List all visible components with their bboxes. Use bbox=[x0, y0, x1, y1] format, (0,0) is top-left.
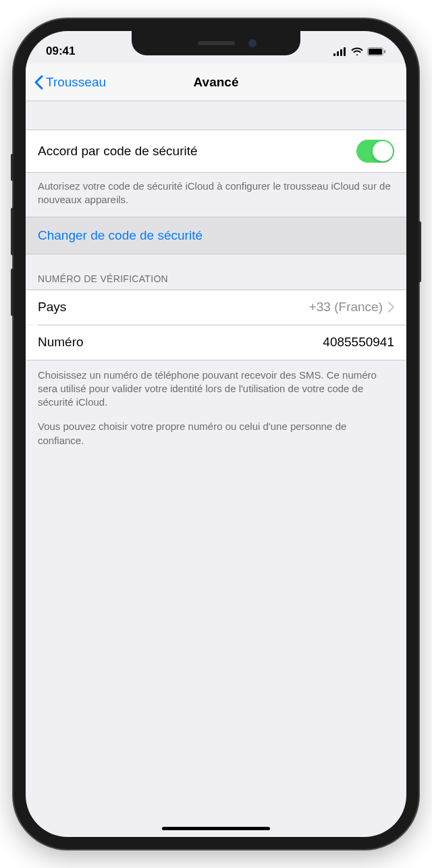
content: Accord par code de sécurité Autorisez vo… bbox=[26, 101, 406, 466]
svg-rect-0 bbox=[333, 53, 335, 56]
number-value: 4085550941 bbox=[323, 335, 394, 350]
svg-rect-2 bbox=[340, 49, 342, 56]
page-title: Avancé bbox=[194, 75, 239, 90]
back-button[interactable]: Trousseau bbox=[34, 75, 106, 90]
country-value: +33 (France) bbox=[309, 300, 383, 315]
svg-rect-1 bbox=[337, 51, 339, 56]
status-time: 09:41 bbox=[46, 45, 134, 58]
approve-toggle[interactable] bbox=[356, 140, 394, 163]
verification-header: NUMÉRO DE VÉRIFICATION bbox=[26, 254, 406, 290]
approve-label: Accord par code de sécurité bbox=[38, 144, 198, 159]
wifi-icon bbox=[351, 47, 363, 56]
approve-security-code-row[interactable]: Accord par code de sécurité bbox=[26, 130, 406, 173]
home-indicator[interactable] bbox=[162, 827, 270, 830]
navigation-bar: Trousseau Avancé bbox=[26, 63, 406, 101]
notch bbox=[132, 31, 300, 55]
svg-rect-5 bbox=[369, 49, 382, 55]
country-row[interactable]: Pays +33 (France) bbox=[26, 290, 406, 325]
screen: 09:41 Trousseau Avancé bbox=[26, 31, 406, 837]
verification-footer: Choisissez un numéro de téléphone pouvan… bbox=[26, 360, 406, 466]
svg-rect-3 bbox=[344, 47, 346, 56]
svg-rect-6 bbox=[384, 50, 385, 53]
chevron-right-icon bbox=[388, 302, 394, 313]
change-security-code-button[interactable]: Changer de code de sécurité bbox=[26, 217, 406, 254]
number-label: Numéro bbox=[38, 335, 84, 350]
device-frame: 09:41 Trousseau Avancé bbox=[14, 19, 418, 849]
back-label: Trousseau bbox=[46, 75, 106, 90]
number-row[interactable]: Numéro 4085550941 bbox=[26, 325, 406, 360]
chevron-left-icon bbox=[34, 75, 43, 90]
country-label: Pays bbox=[38, 300, 66, 315]
battery-icon bbox=[367, 47, 386, 56]
cellular-signal-icon bbox=[333, 47, 347, 56]
approve-footer: Autorisez votre code de sécurité iCloud … bbox=[26, 173, 406, 217]
